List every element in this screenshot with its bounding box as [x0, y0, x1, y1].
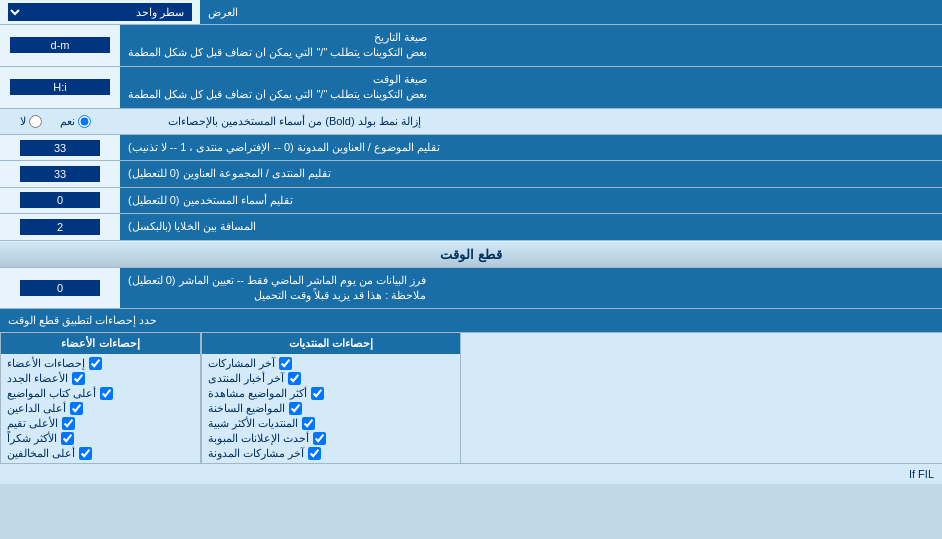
bold-no-radio[interactable]: [29, 115, 42, 128]
cb-col1-item-4[interactable]: المنتديات الأكثر شبية: [208, 417, 454, 430]
trim-subject-label: تقليم الموضوع / العناوين المدونة (0 -- ا…: [120, 135, 942, 160]
cb-col2-item-1[interactable]: الأعضاء الجدد: [7, 372, 194, 385]
cutoff-input-cell: [0, 268, 120, 309]
cell-spacing-input-cell: [0, 214, 120, 239]
col1-header: إحصاءات المنتديات: [201, 333, 460, 354]
time-format-row: صيغة الوقت بعض التكوينات يتطلب "/" التي …: [0, 67, 942, 109]
cell-spacing-input[interactable]: [20, 219, 100, 235]
trim-subject-row: تقليم الموضوع / العناوين المدونة (0 -- ا…: [0, 135, 942, 161]
bold-radio-group: نعم لا: [5, 115, 94, 128]
bold-radio-cell: نعم لا: [0, 109, 160, 134]
cb-col2-check-5[interactable]: [61, 432, 74, 445]
time-format-input-cell: [0, 67, 120, 108]
bold-label: إزالة نمط بولد (Bold) من أسماء المستخدمي…: [160, 109, 942, 134]
time-format-input[interactable]: [10, 79, 110, 95]
checkbox-section: إحصاءات المنتديات آخر المشاركات آخر أخبا…: [0, 333, 942, 463]
cb-col1-item-2[interactable]: أكثر المواضيع مشاهدة: [208, 387, 454, 400]
cell-spacing-label: المسافة بين الخلايا (بالبكسل): [120, 214, 942, 239]
cb-col2-check-0[interactable]: [89, 357, 102, 370]
cb-col2-item-2[interactable]: أعلى كتاب المواضيع: [7, 387, 194, 400]
cb-col1-check-6[interactable]: [308, 447, 321, 460]
main-container: العرض سطر واحد صيغة التاريخ بعض التكوينا…: [0, 0, 942, 484]
date-format-row: صيغة التاريخ بعض التكوينات يتطلب "/" الت…: [0, 25, 942, 67]
cb-col2-item-4[interactable]: الأعلى تقيم: [7, 417, 194, 430]
trim-username-row: تقليم أسماء المستخدمين (0 للتعطيل): [0, 188, 942, 214]
cb-col1-check-1[interactable]: [288, 372, 301, 385]
display-label: العرض: [200, 0, 942, 24]
trim-subject-input-cell: [0, 135, 120, 160]
trim-subject-input[interactable]: [20, 140, 100, 156]
limit-row: حدد إحصاءات لتطبيق قطع الوقت: [0, 309, 942, 333]
display-input-cell: سطر واحد: [0, 0, 200, 24]
trim-forum-input[interactable]: [20, 166, 100, 182]
date-format-input[interactable]: [10, 37, 110, 53]
bold-row: إزالة نمط بولد (Bold) من أسماء المستخدمي…: [0, 109, 942, 135]
bold-yes-label[interactable]: نعم: [60, 115, 94, 128]
date-format-label: صيغة التاريخ بعض التكوينات يتطلب "/" الت…: [120, 25, 942, 66]
col1-items: آخر المشاركات آخر أخبار المنتدى أكثر الم…: [201, 354, 460, 463]
cb-col2-item-0[interactable]: إحصاءات الأعضاء: [7, 357, 194, 370]
cb-col1-check-5[interactable]: [313, 432, 326, 445]
cb-col2-check-3[interactable]: [70, 402, 83, 415]
cutoff-section-header: قطع الوقت: [0, 241, 942, 268]
bold-yes-radio[interactable]: [78, 115, 91, 128]
trim-username-input[interactable]: [20, 192, 100, 208]
time-format-label: صيغة الوقت بعض التكوينات يتطلب "/" التي …: [120, 67, 942, 108]
cb-col1-check-0[interactable]: [279, 357, 292, 370]
cb-col1-item-1[interactable]: آخر أخبار المنتدى: [208, 372, 454, 385]
date-format-input-cell: [0, 25, 120, 66]
trim-forum-input-cell: [0, 161, 120, 186]
cutoff-row: فرز البيانات من يوم الماشر الماضي فقط --…: [0, 268, 942, 310]
cb-col1-item-0[interactable]: آخر المشاركات: [208, 357, 454, 370]
cb-col1-item-3[interactable]: المواضيع الساخنة: [208, 402, 454, 415]
cb-col1-check-4[interactable]: [302, 417, 315, 430]
limit-label: حدد إحصاءات لتطبيق قطع الوقت: [0, 309, 942, 332]
if-fil-footer: If FIL: [0, 463, 942, 484]
display-row: العرض سطر واحد: [0, 0, 942, 25]
col1-section: إحصاءات المنتديات آخر المشاركات آخر أخبا…: [200, 333, 460, 463]
cb-col2-item-6[interactable]: أعلى المخالفين: [7, 447, 194, 460]
trim-username-input-cell: [0, 188, 120, 213]
cutoff-input[interactable]: [20, 280, 100, 296]
trim-username-label: تقليم أسماء المستخدمين (0 للتعطيل): [120, 188, 942, 213]
cb-col2-check-4[interactable]: [62, 417, 75, 430]
cell-spacing-row: المسافة بين الخلايا (بالبكسل): [0, 214, 942, 240]
cb-col1-item-5[interactable]: أحدث الإعلانات المبوبة: [208, 432, 454, 445]
col2-items: إحصاءات الأعضاء الأعضاء الجدد أعلى كتاب …: [0, 354, 200, 463]
trim-forum-label: تقليم المنتدى / المجموعة العناوين (0 للت…: [120, 161, 942, 186]
cb-col2-item-5[interactable]: الأكثر شكراً: [7, 432, 194, 445]
right-spacer: [460, 333, 942, 463]
cb-col2-check-1[interactable]: [72, 372, 85, 385]
cb-col1-check-3[interactable]: [289, 402, 302, 415]
col2-header: إحصاءات الأعضاء: [0, 333, 200, 354]
cb-col1-check-2[interactable]: [311, 387, 324, 400]
cb-col2-item-3[interactable]: أعلى الداعين: [7, 402, 194, 415]
display-select[interactable]: سطر واحد: [8, 3, 192, 21]
bold-no-label[interactable]: لا: [20, 115, 45, 128]
cb-col2-check-2[interactable]: [100, 387, 113, 400]
cb-col2-check-6[interactable]: [79, 447, 92, 460]
cutoff-label: فرز البيانات من يوم الماشر الماضي فقط --…: [120, 268, 942, 309]
trim-forum-row: تقليم المنتدى / المجموعة العناوين (0 للت…: [0, 161, 942, 187]
cb-col1-item-6[interactable]: آخر مشاركات المدونة: [208, 447, 454, 460]
col2-section: إحصاءات الأعضاء إحصاءات الأعضاء الأعضاء …: [0, 333, 200, 463]
